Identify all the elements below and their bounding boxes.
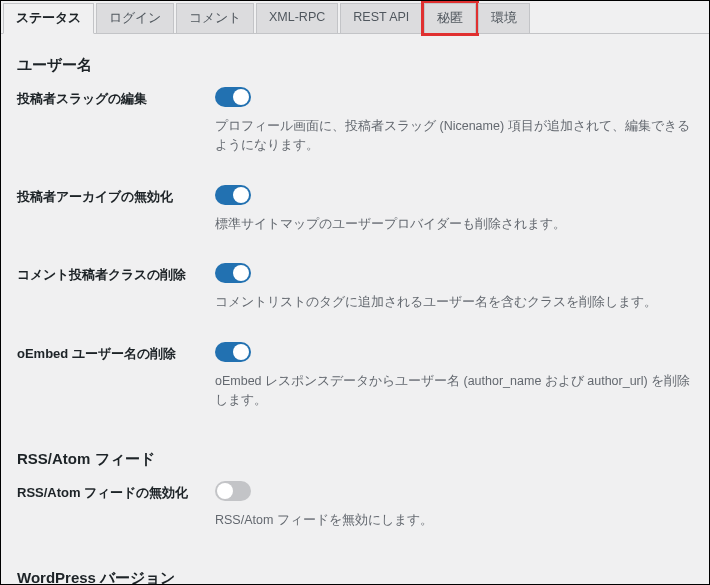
- tab-environment[interactable]: 環境: [478, 3, 530, 33]
- tab-login[interactable]: ログイン: [96, 3, 174, 33]
- label-oembed: oEmbed ユーザー名の削除: [17, 342, 215, 363]
- section-username-heading: ユーザー名: [17, 56, 693, 75]
- label-comment-class: コメント投稿者クラスの削除: [17, 263, 215, 284]
- tab-status[interactable]: ステータス: [3, 3, 94, 34]
- toggle-rss-disable[interactable]: [215, 481, 251, 501]
- desc-rss-disable: RSS/Atom フィードを無効にします。: [215, 511, 693, 530]
- toggle-author-slug[interactable]: [215, 87, 251, 107]
- toggle-author-archive[interactable]: [215, 185, 251, 205]
- desc-author-slug: プロフィール画面に、投稿者スラッグ (Nicename) 項目が追加されて、編集…: [215, 117, 693, 155]
- row-author-slug: 投稿者スラッグの編集 プロフィール画面に、投稿者スラッグ (Nicename) …: [17, 87, 693, 177]
- label-author-slug: 投稿者スラッグの編集: [17, 87, 215, 108]
- desc-author-archive: 標準サイトマップのユーザープロバイダーも削除されます。: [215, 215, 693, 234]
- desc-oembed: oEmbed レスポンスデータからユーザー名 (author_name および …: [215, 372, 693, 410]
- tab-bar: ステータス ログイン コメント XML-RPC REST API 秘匿 環境: [1, 1, 709, 34]
- section-wp-heading: WordPress バージョン: [17, 569, 693, 585]
- row-rss-disable: RSS/Atom フィードの無効化 RSS/Atom フィードを無効にします。: [17, 481, 693, 552]
- tab-comment[interactable]: コメント: [176, 3, 254, 33]
- toggle-oembed[interactable]: [215, 342, 251, 362]
- tab-restapi[interactable]: REST API: [340, 3, 422, 33]
- section-rss-heading: RSS/Atom フィード: [17, 450, 693, 469]
- content-area: ユーザー名 投稿者スラッグの編集 プロフィール画面に、投稿者スラッグ (Nice…: [1, 34, 709, 585]
- desc-comment-class: コメントリストのタグに追加されるユーザー名を含むクラスを削除します。: [215, 293, 693, 312]
- label-author-archive: 投稿者アーカイブの無効化: [17, 185, 215, 206]
- tab-xmlrpc[interactable]: XML-RPC: [256, 3, 338, 33]
- tab-hide[interactable]: 秘匿: [424, 3, 476, 33]
- row-oembed: oEmbed ユーザー名の削除 oEmbed レスポンスデータからユーザー名 (…: [17, 342, 693, 432]
- label-rss-disable: RSS/Atom フィードの無効化: [17, 481, 215, 502]
- toggle-comment-class[interactable]: [215, 263, 251, 283]
- row-comment-class: コメント投稿者クラスの削除 コメントリストのタグに追加されるユーザー名を含むクラ…: [17, 263, 693, 334]
- row-author-archive: 投稿者アーカイブの無効化 標準サイトマップのユーザープロバイダーも削除されます。: [17, 185, 693, 256]
